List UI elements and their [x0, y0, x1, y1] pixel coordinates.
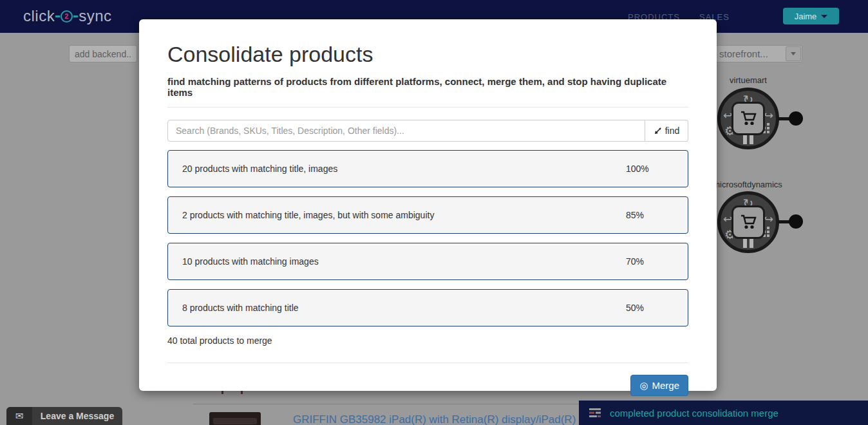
app-canvas: click2sync PRODUCTS SALES Jaime virtuema… — [0, 0, 868, 425]
record-icon: ◎ — [639, 381, 648, 390]
find-button-label: find — [665, 126, 680, 136]
product-thumbnail[interactable] — [209, 412, 261, 425]
total-products-text: 40 total products to merge — [167, 335, 688, 346]
node-connector-dot — [789, 111, 803, 126]
chat-widget[interactable]: ✉ Leave a Message — [6, 407, 122, 425]
logo-number-badge: 2 — [61, 10, 73, 23]
cart-icon[interactable] — [733, 207, 763, 237]
match-rows: 20 products with matching title, images … — [167, 150, 688, 326]
logo-text-pre: click — [23, 7, 55, 25]
match-row-percent: 70% — [626, 256, 652, 267]
divider — [167, 107, 688, 108]
cart-icon[interactable] — [733, 104, 763, 133]
user-menu-button[interactable]: Jaime — [783, 8, 839, 24]
match-row-percent: 100% — [626, 164, 652, 174]
node-label-microsoftdynamics: microsoftdynamics — [706, 180, 789, 189]
match-row[interactable]: 2 products with matching title, images, … — [167, 196, 688, 234]
merge-button-label: Merge — [652, 380, 679, 391]
import-arrow-icon[interactable]: ↪ — [764, 214, 773, 225]
search-group: find — [167, 120, 688, 142]
app-logo[interactable]: click2sync — [23, 7, 112, 25]
storefront-combobox[interactable] — [702, 45, 802, 62]
logo-connector-icon — [73, 15, 78, 17]
envelope-icon: ✉ — [6, 407, 32, 425]
notification-text: completed product consolidation merge — [610, 408, 778, 419]
chevron-down-icon — [791, 52, 796, 55]
match-row[interactable]: 20 products with matching title, images … — [167, 150, 688, 187]
merge-button[interactable]: ◎ Merge — [630, 375, 688, 396]
modal-title: Consolidate products — [167, 41, 688, 68]
export-arrow-icon[interactable]: ↩ — [723, 214, 732, 225]
find-button[interactable]: find — [645, 120, 688, 142]
logo-text-post: sync — [79, 7, 111, 25]
add-backend-input[interactable] — [69, 45, 137, 62]
logo-connector-icon — [55, 15, 60, 17]
node-label-virtuemart: virtuemart — [717, 75, 779, 85]
user-menu-label: Jaime — [795, 12, 817, 21]
pause-icon[interactable] — [743, 133, 753, 144]
product-title-link[interactable]: GRIFFIN GB35982 iPad(R) with Retina(R) d… — [293, 413, 586, 425]
match-row-label: 10 products with matching images — [182, 256, 319, 267]
export-arrow-icon[interactable]: ↩ — [723, 110, 732, 121]
storefront-dropdown-button[interactable] — [786, 46, 801, 61]
chat-widget-label: Leave a Message — [32, 407, 122, 425]
notification-toast[interactable]: completed product consolidation merge — [579, 401, 868, 425]
search-input[interactable] — [167, 120, 645, 142]
match-row-percent: 50% — [626, 303, 652, 313]
platform-node-virtuemart[interactable]: ↻ ↩ ↪ ⚙ — [717, 88, 779, 149]
resize-compress-icon — [654, 127, 662, 135]
consolidate-products-modal: Consolidate products find matching patte… — [139, 19, 717, 391]
match-row[interactable]: 8 products with matching title 50% — [167, 289, 688, 326]
pause-icon[interactable] — [743, 237, 753, 248]
divider — [167, 363, 688, 363]
chevron-down-icon — [821, 15, 827, 18]
match-row-percent: 85% — [626, 210, 652, 220]
match-row-label: 8 products with matching title — [182, 303, 299, 313]
modal-footer: ◎ Merge — [167, 375, 688, 396]
tasks-list-icon — [589, 408, 601, 417]
platform-node-microsoftdynamics[interactable]: ↻ ↩ ↪ ⚙ — [717, 191, 779, 253]
modal-subtitle: find matching patterns of products from … — [167, 76, 688, 98]
node-connector-dot — [789, 214, 803, 229]
import-arrow-icon[interactable]: ↪ — [764, 110, 773, 121]
match-row-label: 20 products with matching title, images — [182, 164, 337, 174]
match-row-label: 2 products with matching title, images, … — [182, 210, 434, 220]
match-row[interactable]: 10 products with matching images 70% — [167, 243, 688, 280]
